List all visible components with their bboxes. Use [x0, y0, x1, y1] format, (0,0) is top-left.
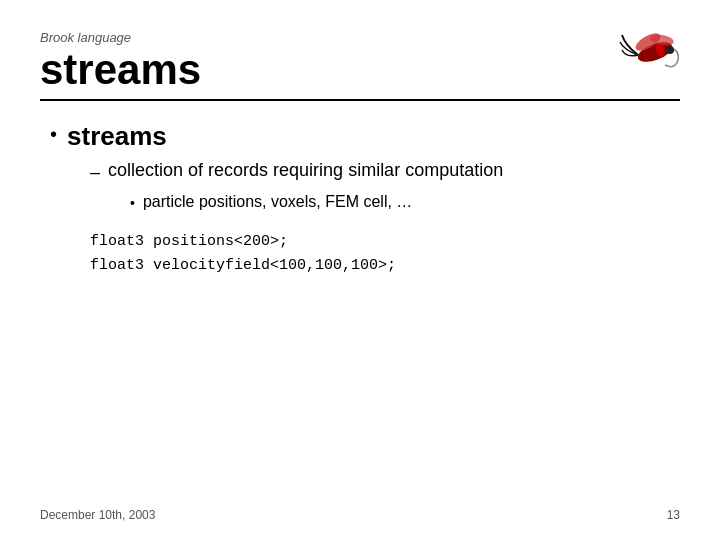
- code-line-2: float3 velocityfield<100,100,100>;: [90, 254, 680, 278]
- page-title: streams: [40, 47, 680, 101]
- svg-point-3: [666, 46, 674, 54]
- bullet-dot-small-1: •: [130, 193, 135, 214]
- bullet-1-1: – collection of records requiring simila…: [90, 160, 680, 185]
- footer-page: 13: [667, 508, 680, 522]
- bullet-dot-1: •: [50, 121, 57, 147]
- footer-date: December 10th, 2003: [40, 508, 155, 522]
- bullet-1-1-text: collection of records requiring similar …: [108, 160, 503, 181]
- fishing-fly-icon: [610, 20, 690, 80]
- logo-area: [610, 20, 690, 80]
- main-content: • streams – collection of records requir…: [40, 121, 680, 278]
- bullet-1-text: streams: [67, 121, 167, 152]
- dash-1: –: [90, 160, 100, 185]
- slide: Brook language streams • streams – colle…: [0, 0, 720, 540]
- footer: December 10th, 2003 13: [40, 508, 680, 522]
- subtitle: Brook language: [40, 30, 680, 45]
- header: Brook language streams: [40, 30, 680, 101]
- code-block: float3 positions<200>; float3 velocityfi…: [90, 230, 680, 278]
- bullet-1: • streams: [50, 121, 680, 152]
- bullet-1-1-1-text: particle positions, voxels, FEM cell, …: [143, 193, 412, 211]
- bullet-1-1-1: • particle positions, voxels, FEM cell, …: [130, 193, 680, 214]
- code-line-1: float3 positions<200>;: [90, 230, 680, 254]
